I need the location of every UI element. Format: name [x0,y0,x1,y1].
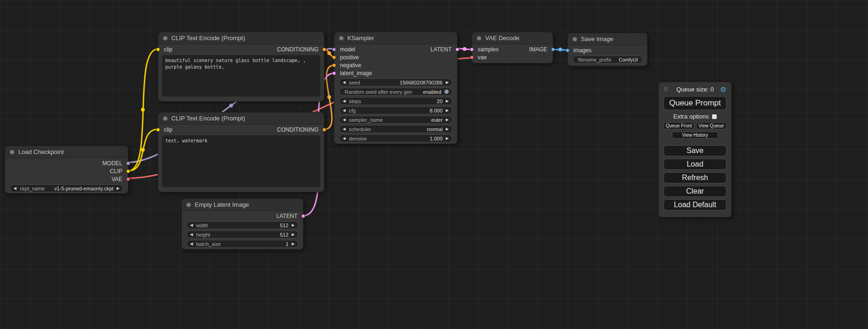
increment-arrow-icon[interactable]: ▶ [446,137,449,140]
port-row-model-latent: model LATENT [334,45,457,53]
input-port-images[interactable] [565,48,570,52]
increment-arrow-icon[interactable]: ▶ [117,187,120,190]
prompt-textarea[interactable]: beautiful scenery nature glass bottle la… [162,55,320,97]
collapse-dot-icon[interactable] [477,36,481,41]
node-load-checkpoint[interactable]: Load Checkpoint MODEL CLIP VAE ◀ ckpt_na… [5,146,128,194]
input-port-model[interactable] [332,47,336,51]
width-widget[interactable]: ◀ width 512 ▶ [186,221,298,229]
output-port-image[interactable] [551,47,555,51]
input-row-latent-image: latent_image [334,69,457,77]
view-history-button[interactable]: View History [672,132,719,139]
increment-arrow-icon[interactable]: ▶ [446,109,449,112]
node-title-bar[interactable]: KSampler [334,32,457,44]
output-port-conditioning[interactable] [322,127,326,132]
node-title-bar[interactable]: Save Image [568,33,647,45]
input-port-latent-image[interactable] [332,71,336,75]
node-title-bar[interactable]: Load Checkpoint [5,146,128,158]
decrement-arrow-icon[interactable]: ◀ [343,127,346,131]
collapse-dot-icon[interactable] [339,36,344,41]
clear-button[interactable]: Clear [663,186,727,197]
node-save-image[interactable]: Save Image images filename_prefix ComfyU… [567,33,648,66]
increment-arrow-icon[interactable]: ▶ [446,118,449,122]
decrement-arrow-icon[interactable]: ◀ [343,99,346,103]
widget-value: 512 [280,232,288,238]
output-port-clip[interactable] [126,169,130,173]
steps-widget[interactable]: ◀ steps 20 ▶ [339,97,452,105]
output-label: IMAGE [529,46,547,53]
increment-arrow-icon[interactable]: ▶ [446,81,449,84]
decrement-arrow-icon[interactable]: ◀ [343,118,346,122]
node-empty-latent-image[interactable]: Empty Latent Image LATENT ◀ width 512 ▶ … [181,198,303,250]
widget-label: Random seed after every gen [345,89,412,95]
node-clip-text-encode-negative[interactable]: CLIP Text Encode (Prompt) clip CONDITION… [158,112,325,192]
random-seed-toggle-widget[interactable]: Random seed after every gen enabled [339,88,452,96]
decrement-arrow-icon[interactable]: ◀ [343,137,346,140]
input-port-samples[interactable] [470,47,474,51]
widget-label: cfg [349,108,356,113]
node-clip-text-encode-positive[interactable]: CLIP Text Encode (Prompt) clip CONDITION… [158,32,325,102]
input-port-clip[interactable] [156,127,160,132]
refresh-button[interactable]: Refresh [663,172,727,183]
load-button[interactable]: Load [663,159,727,170]
load-default-button[interactable]: Load Default [663,199,727,210]
batch-size-widget[interactable]: ◀ batch_size 1 ▶ [186,240,298,248]
widget-value: v1-5-pruned-emaonly.ckpt [54,186,113,191]
seed-widget[interactable]: ◀ seed 156680208700286 ▶ [339,78,452,86]
queue-front-button[interactable]: Queue Front [663,122,694,129]
input-port-clip[interactable] [156,47,160,51]
settings-gear-icon[interactable]: ⚙ [720,86,727,93]
increment-arrow-icon[interactable]: ▶ [292,242,295,246]
output-port-latent[interactable] [455,47,459,51]
denoise-widget[interactable]: ◀ denoise 1.000 ▶ [339,134,452,142]
menu-header: ⠿ Queue size: 0 ⚙ [663,86,727,93]
increment-arrow-icon[interactable]: ▶ [446,99,449,103]
input-port-negative[interactable] [332,63,336,67]
decrement-arrow-icon[interactable]: ◀ [343,109,346,112]
node-title-bar[interactable]: CLIP Text Encode (Prompt) [158,112,324,125]
ckpt-name-widget[interactable]: ◀ ckpt_name v1-5-pruned-emaonly.ckpt ▶ [10,184,123,192]
increment-arrow-icon[interactable]: ▶ [446,127,449,131]
widget-label: height [196,232,210,238]
view-queue-button[interactable]: View Queue [696,122,727,129]
cfg-widget[interactable]: ◀ cfg 8.000 ▶ [339,106,452,114]
output-port-vae[interactable] [126,177,130,181]
input-label: clip [164,46,172,53]
collapse-dot-icon[interactable] [163,36,168,41]
node-ksampler[interactable]: KSampler model LATENT positive negative … [334,32,458,144]
decrement-arrow-icon[interactable]: ◀ [190,224,193,227]
decrement-arrow-icon[interactable]: ◀ [343,81,346,84]
input-port-positive[interactable] [332,55,336,59]
filename-prefix-widget[interactable]: filename_prefix ComfyUI [572,56,642,63]
queue-prompt-button[interactable]: Queue Prompt [663,96,727,110]
decrement-arrow-icon[interactable]: ◀ [190,233,193,237]
collapse-dot-icon[interactable] [186,203,191,207]
node-title: CLIP Text Encode (Prompt) [171,115,245,122]
node-title: Save Image [581,35,613,42]
widget-label: width [196,223,208,228]
prompt-textarea[interactable]: text, watermark [162,135,320,187]
collapse-dot-icon[interactable] [163,116,168,121]
increment-arrow-icon[interactable]: ▶ [292,224,295,227]
increment-arrow-icon[interactable]: ▶ [292,233,295,237]
decrement-arrow-icon[interactable]: ◀ [14,187,16,190]
decrement-arrow-icon[interactable]: ◀ [190,242,193,246]
extra-options-checkbox[interactable] [712,114,717,119]
node-title-bar[interactable]: VAE Decode [472,32,553,44]
input-port-vae[interactable] [470,55,474,59]
output-port-latent[interactable] [301,214,305,218]
widget-value: 1 [286,241,289,247]
node-title-bar[interactable]: CLIP Text Encode (Prompt) [158,32,324,44]
sampler-name-widget[interactable]: ◀ sampler_name euler ▶ [339,116,452,124]
collapse-dot-icon[interactable] [10,150,14,154]
node-vae-decode[interactable]: VAE Decode samples IMAGE vae [472,32,553,63]
save-button[interactable]: Save [663,145,727,156]
node-title-bar[interactable]: Empty Latent Image [182,199,303,211]
drag-handle-icon[interactable]: ⠿ [663,86,668,93]
view-history-row: View History [663,132,727,139]
output-port-model[interactable] [126,161,130,165]
output-port-conditioning[interactable] [322,47,326,51]
toggle-indicator-icon[interactable] [445,90,449,94]
scheduler-widget[interactable]: ◀ scheduler normal ▶ [339,125,452,133]
height-widget[interactable]: ◀ height 512 ▶ [186,231,298,238]
collapse-dot-icon[interactable] [572,37,577,42]
